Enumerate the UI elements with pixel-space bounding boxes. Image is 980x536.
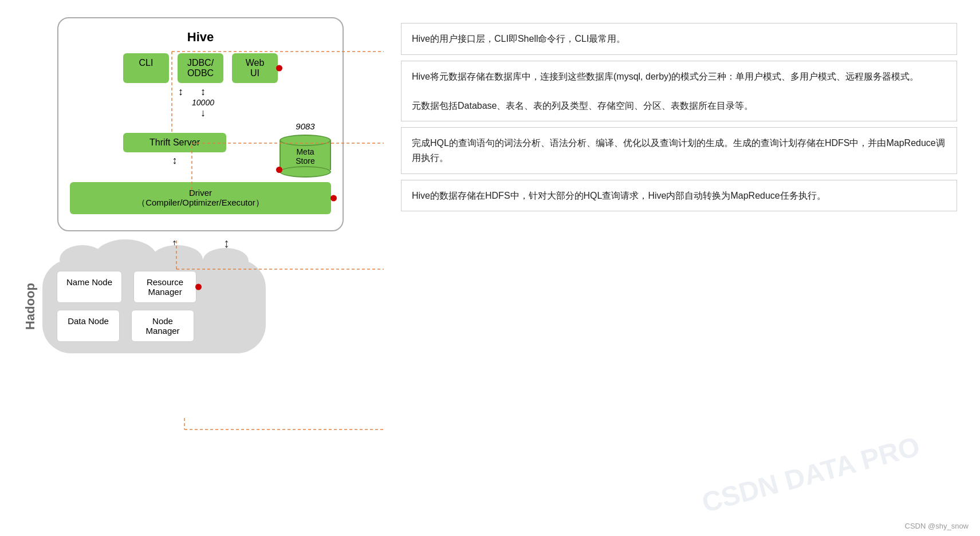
arrow-col-1: ↕ — [178, 86, 183, 119]
annotation-box-2: Hive将元数据存储在数据库中，连接到这些数据库(mysql, derby)的模… — [401, 61, 957, 122]
annotation-box-3: 完成HQL的查询语句的词法分析、语法分析、编译、优化以及查询计划的生成。生成的查… — [401, 127, 957, 174]
metastore-cylinder: MetaStore — [280, 135, 331, 178]
hadoop-label: Hadoop — [23, 283, 38, 330]
hive-box: Hive CLI JDBC/ODBC WebUI ↕ — [57, 17, 344, 231]
annotation-text-1: Hive的用户接口层，CLI即Shell命令行，CLI最常用。 — [412, 34, 625, 44]
annotation-text-3: 完成HQL的查询语句的词法分析、语法分析、编译、优化以及查询计划的生成。生成的查… — [412, 138, 945, 163]
annotation-text-2b: 元数据包括Database、表名、表的列及类型、存储空间、分区、表数据所在目录等… — [412, 101, 754, 111]
port-10000-label: 10000 — [192, 98, 214, 107]
metastore-area: 9083 MetaStore — [280, 121, 331, 178]
middle-section: Thrift Server ↕ 9083 MetaStore — [70, 121, 331, 178]
arrow-down-3: ↓ — [200, 107, 206, 119]
cylinder-bottom — [280, 166, 331, 178]
right-annotations: Hive的用户接口层，CLI即Shell命令行，CLI最常用。 Hive将元数据… — [378, 17, 957, 519]
annotation-box-1: Hive的用户接口层，CLI即Shell命令行，CLI最常用。 — [401, 23, 957, 55]
resourcemanager-box: ResourceManager — [133, 271, 196, 303]
jdbc-box: JDBC/ODBC — [178, 53, 223, 83]
arrow-down-up-1: ↕ — [178, 86, 183, 98]
top-components-row: CLI JDBC/ODBC WebUI — [70, 53, 331, 83]
thrift-box: Thrift Server — [123, 133, 226, 152]
annotation-text-2: Hive将元数据存储在数据库中，连接到这些数据库(mysql, derby)的模… — [412, 72, 919, 81]
arrow-col-2: ↕ 10000 ↓ — [192, 86, 214, 119]
cloud-shape: Name Node ResourceManager Data Node — [42, 259, 266, 353]
thrift-down-arrow: ↕ — [172, 155, 178, 167]
cloud-row-2: Data Node NodeManager — [57, 310, 251, 342]
red-dot-hadoop — [195, 284, 202, 290]
annotation-box-4: Hive的数据存储在HDFS中，针对大部分的HQL查询请求，Hive内部自动转换… — [401, 180, 957, 212]
cylinder-top — [280, 135, 331, 146]
driver-box: Driver（Compiler/Optimizer/Executor） — [70, 182, 331, 214]
datanode-box: Data Node — [57, 310, 120, 342]
hadoop-wrapper: Hadoop Name Node ResourceManager — [23, 259, 378, 353]
cloud-bump-3 — [151, 245, 203, 274]
thrift-area: Thrift Server ↕ — [70, 133, 280, 167]
metastore-label: MetaStore — [280, 147, 331, 165]
hive-title: Hive — [70, 30, 331, 45]
top-arrows: ↕ ↕ 10000 ↓ — [70, 86, 331, 119]
nodemanager-box: NodeManager — [131, 310, 194, 342]
cloud-row-1: Name Node ResourceManager — [57, 271, 251, 303]
port-9083-label: 9083 — [296, 121, 314, 131]
namenode-box: Name Node — [57, 271, 122, 303]
watermark-credit: CSDN @shy_snow — [905, 522, 969, 530]
red-dot-webui — [276, 65, 282, 72]
red-dot-metastore — [276, 167, 282, 173]
cloud-bump-4 — [203, 248, 249, 274]
cli-box: CLI — [123, 53, 169, 83]
main-container: Hive CLI JDBC/ODBC WebUI ↕ — [0, 0, 980, 536]
red-dot-driver — [330, 195, 337, 202]
left-diagram: Hive CLI JDBC/ODBC WebUI ↕ — [23, 17, 378, 519]
webui-box: WebUI — [232, 53, 278, 83]
annotation-text-4: Hive的数据存储在HDFS中，针对大部分的HQL查询请求，Hive内部自动转换… — [412, 191, 826, 200]
driver-row: Driver（Compiler/Optimizer/Executor） — [70, 182, 331, 214]
arrow-down-up-2: ↕ — [200, 86, 206, 98]
